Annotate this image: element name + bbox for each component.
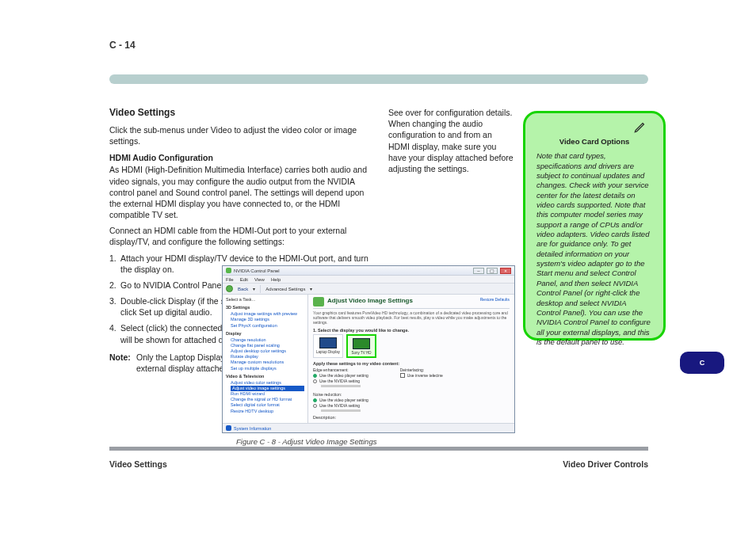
step-num: 4. [109, 322, 120, 333]
right-para: See over for configuration details. When… [388, 107, 515, 174]
figure-nvidia-panel: NVIDIA Control Panel – ▢ × File Edit Vie… [222, 265, 515, 433]
tree-item[interactable]: Adjust image settings with preview [231, 311, 304, 317]
close-button[interactable]: × [500, 268, 511, 274]
monitor-icon [353, 338, 370, 349]
note-box-body: Note that card types, specifications and… [536, 151, 652, 347]
tree-item[interactable]: Adjust desktop color settings [231, 348, 304, 354]
tree-item[interactable]: Run HDMI wizard [231, 391, 304, 397]
restore-defaults-link[interactable]: Restore Defaults [480, 297, 510, 302]
note-box-title: Video Card Options [536, 137, 652, 147]
page-number: C - 14 [109, 40, 136, 51]
panel-description: Your graphics card features PureVideo HD… [313, 310, 510, 325]
section-bar [109, 74, 648, 84]
back-icon[interactable] [226, 285, 233, 292]
note-label: Note: [109, 352, 136, 363]
tree-item[interactable]: Change flat panel scaling [231, 343, 304, 348]
section-title: Video Settings [109, 107, 371, 118]
menu-file[interactable]: File [226, 277, 234, 282]
panel-title: Adjust Video Image Settings [327, 297, 477, 304]
info-icon [226, 425, 231, 431]
radio-player-setting[interactable]: Use the video player setting [313, 373, 368, 378]
intro-text: Click the sub-menus under Video to adjus… [109, 124, 371, 147]
menu-view[interactable]: View [254, 277, 265, 282]
tree-item-selected[interactable]: Adjust video image settings [231, 386, 304, 391]
tree-item[interactable]: Change resolution [231, 337, 304, 343]
tree-item[interactable]: Change the signal or HD format [231, 397, 304, 402]
tree-group[interactable]: Video & Television [226, 374, 304, 379]
tree-item[interactable]: Rotate display [231, 354, 304, 360]
step-label: 1. Select the display you would like to … [313, 328, 510, 333]
task-tree: Select a Task... 3D Settings Adjust imag… [223, 295, 308, 423]
tree-item[interactable]: Adjust video color settings [231, 380, 304, 386]
noise-label: Noise reduction: [313, 392, 368, 397]
display-label: Sony TV HD [349, 351, 373, 355]
radio-nvidia-setting[interactable]: Use the NVIDIA setting [313, 379, 368, 383]
tree-header: Select a Task... [226, 297, 304, 303]
maximize-button[interactable]: ▢ [487, 268, 498, 274]
menu-help[interactable]: Help [271, 277, 281, 282]
tree-item[interactable]: Resize HDTV desktop [231, 409, 304, 414]
tree-item[interactable]: Select digital color format [231, 402, 304, 408]
description-label: Description: [313, 415, 336, 420]
toolbar: Back ▾ Advanced Settings ▾ [223, 284, 514, 295]
right-column: See over for configuration details. When… [388, 107, 515, 174]
radio-nvidia-setting[interactable]: Use the NVIDIA setting [313, 403, 368, 408]
step-num: 2. [109, 280, 120, 291]
tv-icon [313, 297, 324, 306]
radio-player-setting[interactable]: Use the video player setting [313, 398, 368, 402]
checkbox-inverse-telecine[interactable]: Use inverse telecine [400, 373, 443, 378]
deinterlacing-label: Deinterlacing: [400, 367, 443, 372]
window-title: NVIDIA Control Panel [234, 268, 280, 273]
step-num: 1. [109, 253, 120, 264]
footer: Video Settings Video Driver Controls [109, 459, 648, 469]
system-info-link[interactable]: System Information [234, 426, 271, 431]
status-bar: System Information [223, 423, 514, 432]
figure-caption: Figure C - 8 - Adjust Video Image Settin… [236, 437, 376, 446]
main-panel: Adjust Video Image Settings Restore Defa… [308, 295, 514, 423]
tree-item[interactable]: Manage custom resolutions [231, 360, 304, 365]
edge-slider[interactable] [321, 385, 361, 387]
tree-item[interactable]: Set PhysX configuration [231, 323, 304, 329]
tab-indicator: C [680, 352, 724, 374]
sub-heading: HDMI Audio Configuration [109, 153, 371, 162]
display-option-sony-tv[interactable]: Sony TV HD [346, 334, 376, 358]
advanced-settings-dropdown[interactable]: Advanced Settings [265, 287, 305, 291]
back-label[interactable]: Back [238, 287, 248, 291]
para1: As HDMI (High-Definition Multimedia Inte… [109, 164, 371, 220]
tree-group[interactable]: 3D Settings [226, 305, 304, 310]
step-num: 3. [109, 295, 120, 306]
para2: Connect an HDMI cable from the HDMI-Out … [109, 225, 371, 247]
window-titlebar: NVIDIA Control Panel – ▢ × [223, 266, 514, 276]
menu-bar: File Edit View Help [223, 276, 514, 284]
tree-group[interactable]: Display [226, 331, 304, 337]
display-option-laptop[interactable]: Laptop Display [313, 334, 343, 358]
divider [109, 447, 648, 451]
apply-label: Apply these settings to my video content… [313, 361, 510, 366]
footer-left: Video Settings [109, 459, 167, 469]
tree-item[interactable]: Set up multiple displays [231, 366, 304, 371]
note-box: Video Card Options Note that card types,… [523, 111, 666, 341]
edge-label: Edge enhancement: [313, 367, 368, 372]
noise-slider[interactable] [321, 409, 361, 412]
menu-edit[interactable]: Edit [240, 277, 248, 282]
monitor-icon [319, 337, 337, 348]
footer-right: Video Driver Controls [563, 459, 648, 469]
pen-icon [633, 120, 647, 134]
nvidia-icon [226, 268, 231, 273]
minimize-button[interactable]: – [473, 268, 484, 274]
display-label: Laptop Display [315, 350, 341, 354]
tree-item[interactable]: Manage 3D settings [231, 317, 304, 322]
